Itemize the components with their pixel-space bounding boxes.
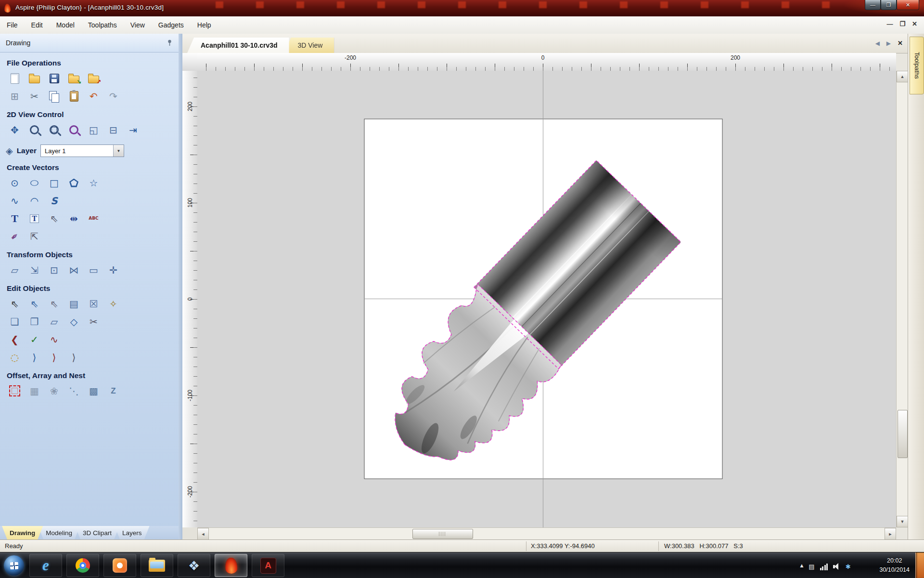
action-center-icon[interactable]: ▤ xyxy=(808,561,814,570)
distort-object[interactable]: ▭ xyxy=(85,262,103,278)
pin-icon[interactable] xyxy=(167,39,173,46)
draw-text-box[interactable]: T xyxy=(26,210,43,226)
convert-to-arcs[interactable]: ⟩ xyxy=(65,349,83,365)
select-objects[interactable]: ⇖ xyxy=(6,296,24,312)
menu-toolpaths[interactable]: Toolpaths xyxy=(81,17,124,33)
windows-explorer[interactable] xyxy=(141,554,173,577)
undo[interactable]: ↶ xyxy=(85,88,103,104)
child-close-button[interactable]: ✕ xyxy=(912,20,917,27)
scroll-right-icon[interactable]: ► xyxy=(885,528,896,540)
draw-circle[interactable]: ⊙ xyxy=(6,175,24,191)
align-objects[interactable]: ✛ xyxy=(104,262,122,278)
network-icon[interactable] xyxy=(820,561,828,570)
fit-curves[interactable]: ✓ xyxy=(26,331,43,347)
taskbar-clock[interactable]: 20:02 30/10/2014 xyxy=(879,556,910,575)
vertical-scroll-thumb[interactable] xyxy=(898,410,908,458)
nest-parts[interactable]: ▩ xyxy=(85,383,103,399)
start-button[interactable] xyxy=(3,554,25,577)
menu-edit[interactable]: Edit xyxy=(25,17,50,33)
import-vectors[interactable]: ↘ xyxy=(65,70,83,86)
zoom-interactive[interactable] xyxy=(26,122,43,138)
menu-view[interactable]: View xyxy=(124,17,152,33)
export-vectors[interactable]: ↗ xyxy=(85,70,103,86)
scroll-down-icon[interactable]: ▼ xyxy=(897,516,908,527)
sync-icon[interactable]: ✱ xyxy=(846,561,851,570)
document-tab-acanphill01-30-10-crv3d[interactable]: Acanphill01 30-10.crv3d xyxy=(187,38,289,53)
draw-arc[interactable]: ◠ xyxy=(26,193,43,209)
copy-along-vectors[interactable]: ⋱ xyxy=(65,383,83,399)
interactive-move[interactable]: ⇖ xyxy=(45,296,63,312)
create-dimension[interactable]: ⇱ xyxy=(26,228,43,244)
fit-arcs[interactable]: ⟩ xyxy=(45,349,63,365)
array-copy[interactable]: ▦ xyxy=(26,383,43,399)
close-button[interactable]: ✕ xyxy=(897,0,919,10)
scroll-up-icon[interactable]: ▲ xyxy=(897,71,908,82)
job-setup[interactable]: ⊞ xyxy=(6,88,24,104)
draw-ellipse[interactable]: ○ xyxy=(26,175,43,191)
join-vectors[interactable]: ◇ xyxy=(65,314,83,329)
vertical-scrollbar[interactable]: ▲ ▼ xyxy=(896,71,908,527)
draw-polygon[interactable] xyxy=(65,175,83,191)
document-tab-3d-view[interactable]: 3D View xyxy=(284,38,334,53)
save-file[interactable] xyxy=(45,70,63,86)
open-file[interactable] xyxy=(26,70,43,86)
redo[interactable]: ↷ xyxy=(104,88,122,104)
vector-validator[interactable]: ✧ xyxy=(104,296,122,312)
scroll-left-icon[interactable]: ◄ xyxy=(197,528,209,540)
vector-texture[interactable]: ✒ xyxy=(6,228,24,244)
menu-file[interactable]: File xyxy=(0,17,25,33)
panel-tab-layers[interactable]: Layers xyxy=(115,526,150,539)
copy[interactable] xyxy=(45,88,63,104)
switch-to-3d-view[interactable]: ⇥ xyxy=(124,122,142,138)
show-hidden-icons-icon[interactable]: ▲ xyxy=(800,561,803,570)
draw-curve[interactable]: ∿ xyxy=(6,193,24,209)
tab-close-icon[interactable]: ✕ xyxy=(898,39,903,47)
panel-tab-modeling[interactable]: Modeling xyxy=(38,526,80,539)
fillet-tool[interactable]: ❮ xyxy=(6,331,24,347)
select-text[interactable]: ⇖ xyxy=(45,210,63,226)
nesting-tool[interactable]: Z xyxy=(104,383,122,399)
circular-array[interactable]: ❀ xyxy=(45,383,63,399)
minimize-button[interactable]: — xyxy=(865,0,881,10)
pan-view[interactable]: ✥ xyxy=(6,122,24,138)
measure-tool[interactable]: ▤ xyxy=(65,296,83,312)
edit-picture[interactable]: ▱ xyxy=(45,314,63,329)
draw-rectangle[interactable]: □ xyxy=(45,175,63,191)
set-size[interactable]: ⇲ xyxy=(26,262,43,278)
center-in-material[interactable]: ⊡ xyxy=(45,262,63,278)
horizontal-scrollbar[interactable]: ◄ ► xyxy=(197,527,896,540)
media-player[interactable] xyxy=(103,554,136,577)
internet-explorer[interactable]: e xyxy=(29,554,62,577)
panel-tab-drawing[interactable]: Drawing xyxy=(2,526,43,539)
draw-star[interactable]: ☆ xyxy=(85,175,103,191)
panel-splitter[interactable] xyxy=(179,34,182,539)
trim-vectors[interactable]: ✂ xyxy=(85,314,103,329)
adobe-reader[interactable]: A xyxy=(252,554,284,577)
text-spacing[interactable]: ⇹ xyxy=(65,210,83,226)
cut[interactable]: ✂ xyxy=(26,88,43,104)
extend-vector[interactable]: ⟩ xyxy=(26,349,43,365)
draw-s-curve[interactable]: S xyxy=(45,193,63,209)
menu-help[interactable]: Help xyxy=(191,17,218,33)
zoom-box[interactable] xyxy=(45,122,63,138)
menu-model[interactable]: Model xyxy=(50,17,81,33)
new-file[interactable] xyxy=(6,70,24,86)
aspire[interactable] xyxy=(215,554,247,577)
zoom-to-drawing[interactable] xyxy=(65,122,83,138)
dropdown-arrow-icon[interactable]: ▼ xyxy=(113,145,124,157)
tab-scroll-right-icon[interactable]: ▶ xyxy=(886,40,891,47)
menu-gadgets[interactable]: Gadgets xyxy=(152,17,191,33)
close-vector[interactable]: ◌ xyxy=(6,349,24,365)
ungroup-objects[interactable]: ❐ xyxy=(26,314,43,329)
drawing-viewport[interactable] xyxy=(197,71,896,527)
zoom-to-selection[interactable]: ◱ xyxy=(85,122,103,138)
smooth-curve[interactable]: ∿ xyxy=(45,331,63,347)
draw-text[interactable]: T xyxy=(6,210,24,226)
dropbox[interactable]: ❖ xyxy=(178,554,210,577)
move-selection[interactable]: ▱ xyxy=(6,262,24,278)
restore-button[interactable]: ❐ xyxy=(881,0,897,10)
google-chrome[interactable] xyxy=(66,554,99,577)
child-restore-button[interactable]: ❐ xyxy=(899,20,905,27)
text-on-curve[interactable]: ABC xyxy=(85,210,103,226)
node-editing[interactable]: ⇖ xyxy=(26,296,43,312)
